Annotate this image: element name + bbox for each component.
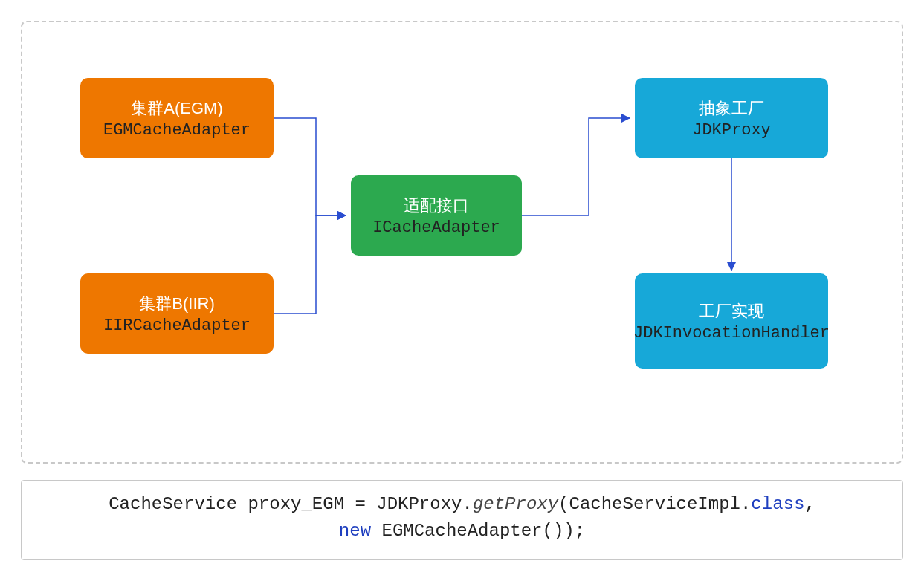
node-factory-title: 抽象工厂: [699, 97, 764, 120]
node-factory-subtitle: JDKProxy: [692, 121, 771, 140]
code-keyword-new: new: [339, 521, 371, 541]
node-cluster-b-title: 集群B(IIR): [139, 293, 214, 315]
arrow-adapter-to-factory: [522, 118, 630, 215]
node-cluster-a-title: 集群A(EGM): [131, 97, 222, 120]
node-impl-title: 工厂实现: [699, 300, 764, 322]
node-factory: 抽象工厂 JDKProxy: [635, 78, 828, 158]
arrow-clusterA-to-adapter: [274, 118, 346, 215]
node-adapter-subtitle: ICacheAdapter: [372, 218, 500, 237]
node-cluster-a: 集群A(EGM) EGMCacheAdapter: [80, 78, 274, 158]
code-part-getproxy: getProxy: [473, 494, 558, 514]
node-cluster-b: 集群B(IIR) IIRCacheAdapter: [80, 273, 274, 354]
code-part-4: ,: [804, 494, 815, 514]
code-keyword-class: class: [751, 494, 804, 514]
code-part-3: (CacheServiceImpl.: [558, 494, 751, 514]
node-impl: 工厂实现 JDKInvocationHandler: [635, 273, 828, 369]
code-part-5: EGMCacheAdapter());: [371, 521, 585, 541]
diagram-container: 集群A(EGM) EGMCacheAdapter 集群B(IIR) IIRCac…: [21, 21, 903, 464]
node-cluster-b-subtitle: IIRCacheAdapter: [103, 317, 251, 335]
code-snippet: CacheService proxy_EGM = JDKProxy.getPro…: [21, 480, 903, 560]
node-cluster-a-subtitle: EGMCacheAdapter: [103, 121, 251, 140]
code-part-1: CacheService proxy_EGM = JDKProxy.: [109, 494, 473, 514]
node-impl-subtitle: JDKInvocationHandler: [633, 324, 830, 343]
arrow-clusterB-to-adapter: [274, 215, 346, 314]
node-adapter: 适配接口 ICacheAdapter: [351, 175, 522, 256]
node-adapter-title: 适配接口: [404, 195, 469, 217]
